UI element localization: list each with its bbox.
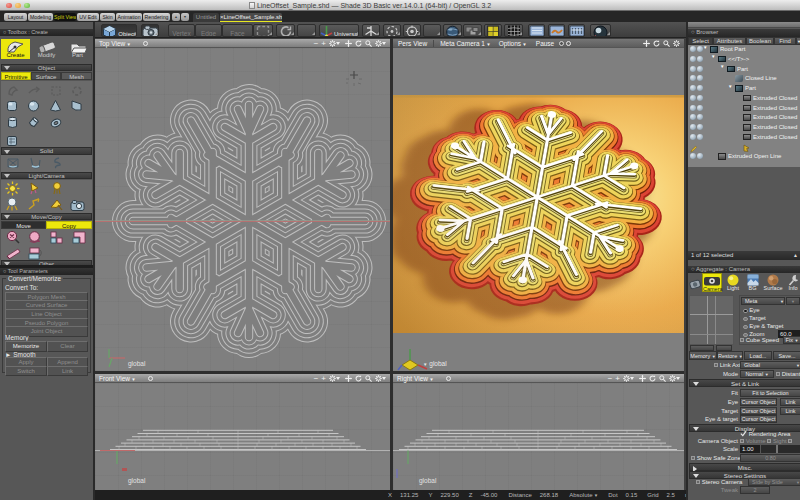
svg-text:global: global [419,477,437,485]
svg-text:global: global [128,360,146,368]
svg-text:global: global [128,477,146,485]
